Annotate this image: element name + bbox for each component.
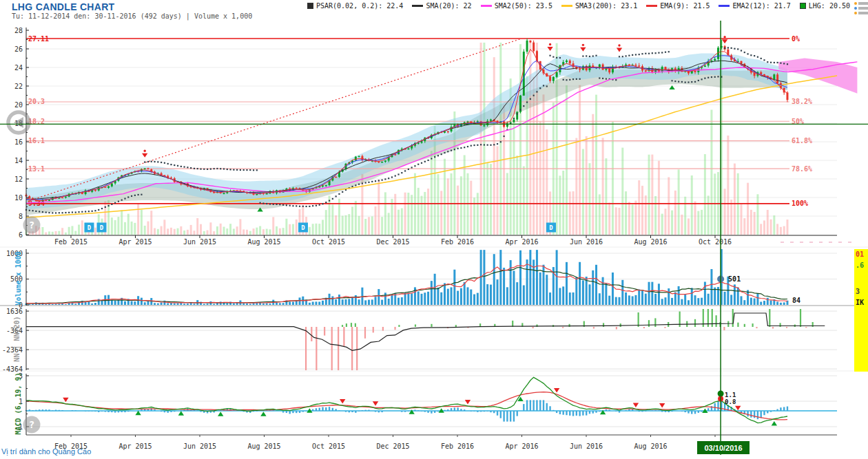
- legend-item[interactable]: SMA3(200): 23.1: [561, 2, 637, 10]
- settings-row-icon: [854, 12, 868, 14]
- month-label: Apr 2016: [505, 442, 538, 450]
- legend-item[interactable]: LHG: 20.50: [800, 2, 850, 10]
- month-label: Aug 2016: [634, 442, 667, 450]
- price-tick-label: 10: [14, 194, 23, 202]
- chart-settings-icon[interactable]: [854, 2, 868, 14]
- month-label: Jun 2016: [570, 442, 603, 450]
- price-tick-label: 8: [19, 213, 23, 220]
- legend-label: LHG: 20.50: [809, 2, 850, 10]
- legend-label: EMA(9): 21.5: [660, 2, 710, 10]
- legend-swatch-icon: [719, 5, 730, 7]
- legend-item[interactable]: EMA2(12): 21.7: [719, 2, 790, 10]
- month-label: Dec 2015: [376, 442, 409, 450]
- legend-label: EMA2(12): 21.7: [732, 2, 790, 10]
- legend-label: SMA2(50): 23.5: [495, 2, 552, 10]
- price-tick-label: 16: [14, 138, 23, 146]
- month-label: Jun 2015: [183, 442, 216, 450]
- legend-item[interactable]: SMA(20): 22: [412, 2, 471, 10]
- chart-canvas: 27.110%20.338.2%18.250%16.161.8%13.178.6…: [0, 0, 868, 459]
- legend-swatch-icon: [561, 5, 572, 7]
- legend-swatch-icon: [800, 3, 806, 9]
- page-title: LHG CANDLE CHART: [12, 1, 114, 12]
- price-tick-label: 22: [14, 83, 23, 90]
- month-label: Oct 2015: [312, 442, 345, 450]
- chart-plot-area[interactable]: [26, 28, 837, 435]
- advertisement-link[interactable]: Vị trí dành cho Quảng Cáo: [1, 447, 91, 456]
- date-range-subtitle: Tu: 11-12-2014 den: 30-11-2016 (492 days…: [12, 12, 252, 20]
- stock-chart-page: 27.110%20.338.2%18.250%16.161.8%13.178.6…: [0, 0, 868, 459]
- macd-axis-title: MACD (6, 19, 9): [14, 366, 22, 442]
- legend-label: SMA3(200): 23.1: [575, 2, 637, 10]
- tooltip-fragment: 01: [856, 250, 864, 258]
- month-label: Aug 2015: [247, 442, 280, 450]
- price-tick-label: 6: [19, 231, 23, 239]
- month-label: Feb 2016: [441, 442, 474, 450]
- indicator-legend: PSAR(0.02, 0.2): 22.4SMA(20): 22SMA2(50)…: [307, 2, 850, 10]
- crosshair-date-badge: 03/10/2016: [697, 441, 750, 454]
- price-tick-label: 24: [14, 64, 23, 72]
- legend-item[interactable]: PSAR(0.02, 0.2): 22.4: [307, 2, 403, 10]
- price-tick-label: 12: [14, 175, 23, 183]
- legend-label: PSAR(0.02, 0.2): 22.4: [316, 2, 403, 10]
- legend-item[interactable]: SMA2(50): 23.5: [481, 2, 552, 10]
- price-tick-label: 20: [14, 101, 23, 109]
- settings-row-icon: [854, 7, 868, 10]
- price-tick-label: 26: [14, 45, 23, 53]
- legend-label: SMA(20): 22: [426, 2, 471, 10]
- price-tick-label: 28: [14, 27, 23, 34]
- month-label: Apr 2015: [118, 442, 152, 450]
- legend-swatch-icon: [307, 3, 313, 9]
- legend-swatch-icon: [481, 5, 492, 7]
- legend-item[interactable]: EMA(9): 21.5: [646, 2, 710, 10]
- settings-row-icon: [854, 2, 868, 5]
- price-tick-label: 14: [14, 157, 23, 164]
- legend-swatch-icon: [646, 5, 657, 7]
- legend-swatch-icon: [412, 5, 423, 7]
- tooltip-fragment: 3: [856, 288, 860, 295]
- tooltip-fragment: IK: [856, 299, 864, 306]
- side-tooltip: 01.63IK: [854, 249, 868, 372]
- chart-plot-area[interactable]: [26, 28, 837, 435]
- tooltip-fragment: .6: [856, 261, 864, 269]
